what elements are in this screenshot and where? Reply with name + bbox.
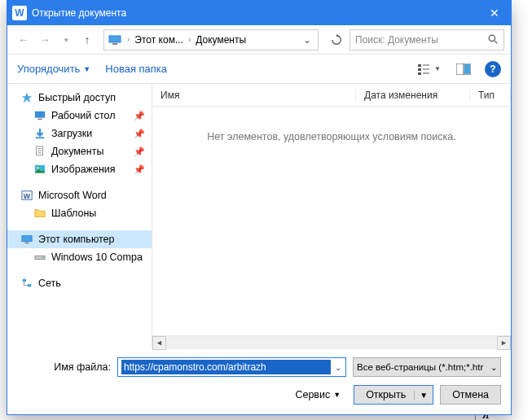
svg-rect-29 [28,284,31,287]
column-headers: Имя Дата изменения Тип [152,84,511,107]
filter-label: Все веб-страницы (*.htm;*.htr [357,362,483,372]
pin-icon: 📌 [134,147,145,157]
sidebar-item-pictures[interactable]: Изображения 📌 [7,160,152,178]
pin-icon: 📌 [134,111,145,121]
nav-up-button[interactable]: ↑ [77,30,97,50]
navigation-tree: Быстрый доступ Рабочий стол 📌 Загрузки 📌… [7,84,152,349]
file-type-filter[interactable]: Все веб-страницы (*.htm;*.htr ⌄ [353,357,501,377]
open-file-dialog: W Открытие документа ✕ ← → ▾ ↑ › Этот ко… [7,0,512,415]
scroll-right-button[interactable]: ► [497,336,511,350]
svg-point-2 [489,35,495,41]
sidebar-item-templates[interactable]: Шаблоны [7,204,152,222]
folder-icon [33,207,46,220]
file-list-area: Имя Дата изменения Тип Нет элементов, уд… [152,84,511,349]
chevron-down-icon: ⌄ [490,363,497,372]
toolbar: Упорядочить▼ Новая папка ▼ ? [7,55,511,84]
word-app-icon: W [12,6,27,20]
sidebar-item-label: Сеть [38,278,61,289]
star-icon [20,91,33,104]
drive-icon [33,251,46,264]
breadcrumb-segment[interactable]: Документы [194,34,248,46]
pin-icon: 📌 [134,129,145,139]
sidebar-item-quick-access[interactable]: Быстрый доступ [7,89,152,107]
download-icon [33,127,46,140]
cancel-button[interactable]: Отмена [440,385,501,405]
sidebar-item-desktop[interactable]: Рабочий стол 📌 [7,107,152,125]
svg-rect-5 [418,68,421,71]
svg-rect-24 [22,236,32,242]
breadcrumb[interactable]: › Этот ком... › Документы ⌄ [103,29,319,50]
svg-rect-13 [35,112,45,118]
svg-rect-12 [464,64,470,74]
chevron-down-icon[interactable]: ⌄ [331,363,345,372]
documents-icon [33,145,46,158]
search-placeholder: Поиск: Документы [355,34,438,46]
empty-list-message: Нет элементов, удовлетворяющих условиям … [152,131,511,142]
sidebar-item-label: Изображения [51,164,116,175]
sidebar-item-label: Windows 10 Compa [51,252,143,263]
svg-rect-14 [37,119,42,120]
filename-input[interactable] [121,360,331,374]
network-icon [20,277,33,290]
sidebar-item-label: Microsoft Word [38,190,107,201]
dialog-title: Открытие документа [32,7,478,19]
pin-icon: 📌 [134,164,145,175]
svg-rect-28 [23,279,26,282]
preview-pane-button[interactable] [451,59,477,79]
navigation-bar: ← → ▾ ↑ › Этот ком... › Документы ⌄ Поис… [7,25,511,55]
close-button[interactable]: ✕ [478,1,511,25]
svg-rect-6 [418,72,421,75]
titlebar: W Открытие документа ✕ [7,1,511,25]
svg-rect-4 [418,64,421,67]
breadcrumb-segment[interactable]: Этот ком... [133,34,185,46]
svg-rect-0 [109,36,121,42]
breadcrumb-dropdown[interactable]: ⌄ [298,34,316,46]
svg-point-21 [37,167,39,169]
sidebar-item-label: Этот компьютер [38,234,114,245]
svg-rect-25 [24,243,29,244]
sidebar-item-this-pc[interactable]: Этот компьютер [7,230,152,248]
search-input[interactable]: Поиск: Документы [350,29,504,50]
view-mode-button[interactable]: ▼ [416,59,442,79]
column-header-name[interactable]: Имя [152,90,356,101]
sidebar-item-label: Документы [51,146,103,157]
svg-text:W: W [24,192,31,200]
scroll-left-button[interactable]: ◄ [152,336,166,350]
pc-icon [108,33,122,47]
word-icon: W [20,189,33,202]
search-icon [488,34,499,45]
chevron-right-icon: › [124,35,133,44]
column-header-date[interactable]: Дата изменения [356,90,470,101]
filename-label: Имя файла: [17,361,111,373]
chevron-down-icon: ▼ [333,391,341,399]
desktop-icon [33,109,46,122]
filename-combobox[interactable]: ⌄ [117,357,346,377]
open-split-dropdown[interactable]: ▼ [414,391,433,400]
tools-button[interactable]: Сервис▼ [295,389,341,400]
nav-recent-dropdown[interactable]: ▾ [56,30,76,50]
sidebar-item-documents[interactable]: Документы 📌 [7,142,152,160]
dialog-footer: Имя файла: ⌄ Все веб-страницы (*.htm;*.h… [7,349,511,414]
svg-line-3 [495,41,497,43]
column-header-type[interactable]: Тип [470,90,511,101]
sidebar-item-label: Рабочий стол [51,110,115,121]
horizontal-scrollbar[interactable]: ◄ ► [152,335,511,349]
open-button[interactable]: Открыть ▼ [354,385,433,405]
pictures-icon [33,163,46,176]
sidebar-item-msword[interactable]: W Microsoft Word [7,186,152,204]
sidebar-item-win10[interactable]: Windows 10 Compa [7,248,152,266]
sidebar-item-downloads[interactable]: Загрузки 📌 [7,125,152,142]
sidebar-item-label: Шаблоны [51,208,96,219]
organize-button[interactable]: Упорядочить▼ [17,63,90,75]
nav-forward-button[interactable]: → [35,30,55,50]
sidebar-item-network[interactable]: Сеть [7,274,152,292]
svg-point-27 [42,257,44,259]
svg-rect-1 [112,43,117,45]
refresh-button[interactable] [325,29,348,50]
nav-back-button[interactable]: ← [14,30,33,50]
chevron-right-icon: › [185,35,194,44]
new-folder-button[interactable]: Новая папка [105,63,167,75]
sidebar-item-label: Загрузки [51,128,92,139]
sidebar-item-label: Быстрый доступ [38,92,116,103]
help-button[interactable]: ? [485,61,501,77]
